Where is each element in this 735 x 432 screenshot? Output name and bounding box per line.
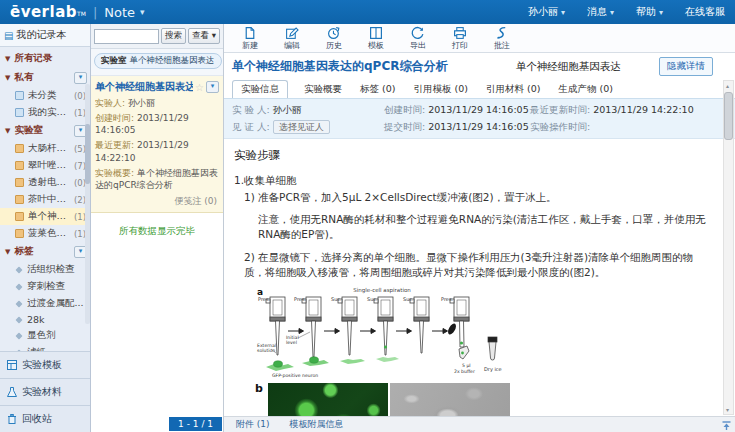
nav-label: 实验材料 [22,385,62,399]
edit-button[interactable]: 编辑 [274,26,310,51]
scroll-up-arrow[interactable]: ▴ [724,82,731,89]
created-time: 2013/11/29 14:16:05 [428,104,528,115]
sidebar-tag-28k[interactable]: 28k [0,312,90,327]
new-button[interactable]: 新建 [232,26,268,51]
search-input[interactable] [94,29,159,44]
notebook-icon [15,91,24,100]
sticky-note-count[interactable]: 便笺注 (0) [95,191,219,210]
experiment-card-selected[interactable]: 单个神经细胞基因表达... ☆ ▾ 实验人: 孙小丽 创建时间: 2013/11… [91,76,223,213]
sidebar-tag-puncture[interactable]: 穿刺检查 [0,278,90,295]
detail-bottom-bar: 附件 (1) 模板附属信息 [224,416,735,432]
print-button[interactable]: 打印 [442,26,478,51]
item-label: 菠菜色素的... [28,227,72,240]
notebook-icon [15,229,24,238]
experiment-card-title[interactable]: 单个神经细胞基因表达... [95,80,193,94]
messages-menu[interactable]: 消息▾ [587,5,614,19]
flask-icon [6,386,18,398]
section-label: 所有记录 [14,52,52,65]
attachments-tab[interactable]: 附件 (1) [236,418,270,431]
chip-name: 单个神经细胞基因表达 [130,55,215,65]
tool-label: 新建 [242,40,258,51]
product-name: Note [104,5,135,20]
sidebar-item-materials[interactable]: 实验材料 [0,378,90,405]
notebook-icon [15,212,24,221]
svg-text:Suc.: Suc. [403,296,414,302]
card-dropdown-icon[interactable]: ▾ [206,81,219,93]
pagination-badge[interactable]: 1 - 1 / 1 [169,417,222,431]
sidebar-tag-transition-metal[interactable]: 过渡金属配... [0,295,90,312]
new-page-icon [243,26,257,40]
choose-witness-button[interactable]: 选择见证人 [273,120,330,134]
sidebar-section-tags[interactable]: ▼ 标签 ▾ [0,242,90,261]
sidebar-section-all-records[interactable]: ▼ 所有记录 [0,49,90,68]
user-menu[interactable]: 孙小丽▾ [528,5,565,19]
back-to-top-button[interactable] [721,420,732,431]
sidebar-item-single-neuron[interactable]: 单个神经细... (1) [0,208,90,225]
sidebar-item-spinach-pigment[interactable]: 菠菜色素的... (1) [0,225,90,242]
scroll-down-arrow[interactable]: ▾ [724,406,731,413]
sidebar-tag-chromogen[interactable]: 显色剂 [0,327,90,344]
svg-text:Suc.: Suc. [331,296,342,302]
sidebar-scrollbar[interactable] [85,84,90,324]
hide-details-button[interactable]: 隐藏详情 [659,57,713,76]
sidebar-item-my-experiments[interactable]: 我的实验记... (1) [0,104,90,121]
steps-section-title: 实验步骤 [234,147,711,163]
list-end-status: 所有数据显示完毕 [91,213,223,238]
template-button[interactable]: 模板 [358,26,394,51]
updated-time: 2013/11/29 14:22:10 [593,104,693,115]
sidebar: ▤ 我的记录本 ▼ 所有记录 ▼ 私有 ▾ 未分类 (0) [0,24,91,432]
figure-title: Single-cell aspiration [353,287,411,294]
template-info-tab[interactable]: 模板附属信息 [290,418,344,431]
tab-ref-templates[interactable]: 引用模板 (0) [411,81,469,98]
field-label: 创建时间: [95,113,134,123]
step-note: 注意，使用无RNA酶的耗材和整个过程避免RNA的污染(清洁工作区，戴上手套，口罩… [258,212,711,241]
notebook-icon: ▤ [4,30,13,41]
info-label: 实 验 人: [232,104,270,115]
caret-down-icon: ▾ [561,8,565,17]
star-icon[interactable]: ☆ [195,82,204,93]
view-dropdown-button[interactable]: 查看 ▾ [188,28,220,44]
export-button[interactable]: 导出 [400,26,436,51]
experimenter: 孙小丽 [273,104,302,115]
history-button[interactable]: 历史 [316,26,352,51]
tab-tags[interactable]: 标签 (0) [358,81,397,98]
sidebar-item-recycle-bin[interactable]: 回收站 [0,405,90,432]
triangle-down-icon: ▼ [5,55,10,63]
sidebar-tag-biopsy[interactable]: 活组织检查 [0,261,90,278]
messages-label: 消息 [587,6,607,17]
scrollbar-thumb[interactable] [724,92,733,140]
triangle-down-icon: ▼ [5,248,10,256]
notebook-icon [15,108,24,117]
chip-prefix: 实验室 [101,55,127,65]
svg-text:Suc.: Suc. [367,296,378,302]
experiment-title: 单个神经细胞基因表达的qPCR综合分析 [232,58,447,75]
figure-b-microscopy: b 10 μm [268,383,711,416]
sidebar-section-lab[interactable]: ▼ 实验室 ▾ [0,121,90,140]
online-support-link[interactable]: 在线客服 [685,5,725,19]
tab-experiment-info[interactable]: 实验信息 [232,80,288,99]
notebook-filter-chip[interactable]: 实验室单个神经细胞基因表达 [94,53,222,69]
help-menu[interactable]: 帮助▾ [636,5,663,19]
annotate-button[interactable]: 批注 [484,26,520,51]
tag-icon [15,316,22,323]
scrollbar-thumb[interactable] [85,124,90,184]
tab-ref-materials[interactable]: 引用材料 (0) [484,81,542,98]
tab-summary[interactable]: 实验概要 [302,81,344,98]
sidebar-item-uncategorized[interactable]: 未分类 (0) [0,87,90,104]
sidebar-item-caffeine[interactable]: 茶叶中咖啡... (2) [0,191,90,208]
experiment-info-panel: 实 验 人: 孙小丽 创建时间: 2013/11/29 14:16:05 最近更… [224,98,735,139]
svg-text:Pres.: Pres. [294,296,307,302]
tab-products[interactable]: 生成产物 (0) [556,81,614,98]
sidebar-tag-filter-paper[interactable]: 滤纸 [0,344,90,351]
sidebar-item-templates[interactable]: 实验模板 [0,351,90,378]
product-caret-icon[interactable]: ▾ [140,7,145,17]
sidebar-item-tem[interactable]: 透射电镜小... (0) [0,174,90,191]
sidebar-section-private[interactable]: ▼ 私有 ▾ [0,68,90,87]
tool-label: 编辑 [284,40,300,51]
content-scrollbar[interactable]: ▴ ▾ [723,80,734,415]
sidebar-item-ecoli[interactable]: 大肠杆菌电... (5) [0,140,90,157]
help-label: 帮助 [636,6,656,17]
search-button[interactable]: 搜索 [161,28,186,44]
sidebar-item-synthesis[interactable]: 翠叶唑合成... (7) [0,157,90,174]
section-dropdown-icon[interactable]: ▾ [74,72,87,84]
